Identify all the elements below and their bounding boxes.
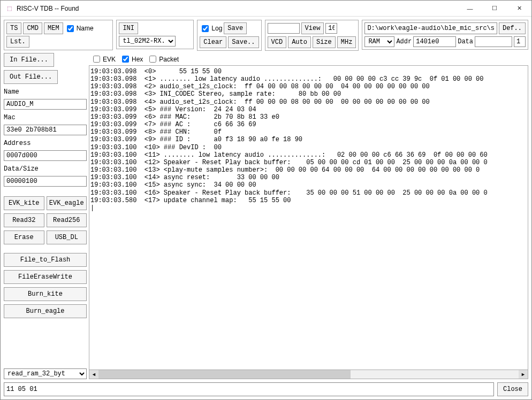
lst-button[interactable]: Lst. — [6, 36, 29, 48]
group-mode: TS CMD MEM Name Lst. — [4, 20, 113, 50]
close-window-button[interactable]: ✕ — [507, 1, 531, 17]
save-button[interactable]: Save — [224, 22, 247, 34]
erase-button[interactable]: Erase — [4, 230, 44, 244]
app-window: ⬚ RISC-V TDB -- Found — ☐ ✕ TS CMD MEM N… — [0, 0, 532, 400]
view-blank-input[interactable] — [268, 23, 300, 34]
maximize-button[interactable]: ☐ — [482, 1, 507, 17]
datasize-input[interactable] — [4, 176, 87, 187]
content-area: TS CMD MEM Name Lst. INI tl_02M2-RX.i Lo… — [1, 17, 531, 399]
data-label: Data — [458, 38, 473, 45]
mhz-button[interactable]: MHz — [337, 36, 356, 48]
burn-eagle-button[interactable]: Burn_eagle — [4, 304, 87, 318]
address-input[interactable] — [4, 150, 87, 161]
packet-checkbox[interactable]: Packet — [147, 54, 179, 64]
group-view: View VCD Auto Size MHz — [265, 20, 359, 51]
clear-button[interactable]: Clear — [200, 36, 226, 48]
out-file-button[interactable]: Out File... — [4, 70, 58, 84]
scroll-right-icon[interactable]: ► — [519, 370, 528, 379]
group-ini: INI tl_02M2-RX.i — [116, 20, 194, 49]
group-path: Def.. RAM Addr Data — [362, 20, 528, 50]
toolbar-row-1: TS CMD MEM Name Lst. INI tl_02M2-RX.i Lo… — [4, 20, 528, 51]
burn-kite-button[interactable]: Burn_kite — [4, 287, 87, 301]
hex-checkbox[interactable]: Hex — [120, 54, 143, 64]
evk-checkbox[interactable]: EVK — [91, 54, 116, 64]
evk-kite-button[interactable]: EVK_kite — [4, 196, 44, 210]
close-button[interactable]: Close — [497, 382, 528, 396]
window-title: RISC-V TDB -- Found — [17, 5, 458, 12]
scroll-thumb[interactable] — [98, 370, 351, 379]
name-label: Name — [4, 88, 87, 96]
read32-button[interactable]: Read32 — [4, 213, 44, 227]
main-row: In File... Out File... Name Mac Address … — [4, 53, 528, 379]
name-input[interactable] — [4, 99, 87, 110]
read256-button[interactable]: Read256 — [47, 213, 87, 227]
view-button[interactable]: View — [301, 22, 324, 34]
in-file-button[interactable]: In File... — [4, 53, 54, 67]
file-to-flash-button[interactable]: File_to_Flash — [4, 253, 87, 267]
app-icon: ⬚ — [5, 4, 13, 13]
addr-input[interactable] — [413, 36, 456, 47]
log-check-row: EVK Hex Packet — [89, 53, 528, 65]
bottom-row: Close — [4, 381, 528, 396]
evk-eagle-button[interactable]: EVK_eagle — [47, 196, 87, 210]
cmd-button[interactable]: CMD — [23, 22, 42, 34]
n-input[interactable] — [514, 36, 526, 47]
usb-dl-button[interactable]: USB_DL — [47, 230, 87, 244]
view-num-input[interactable] — [325, 23, 337, 34]
file-erase-write-button[interactable]: FileEraseWrite — [4, 270, 87, 284]
ini-button[interactable]: INI — [119, 22, 138, 34]
ini-combo[interactable]: tl_02M2-RX.i — [119, 36, 176, 47]
datasize-label: Data/Size — [4, 165, 87, 173]
titlebar: ⬚ RISC-V TDB -- Found — ☐ ✕ — [1, 1, 531, 17]
scroll-track[interactable] — [98, 370, 519, 379]
command-input[interactable] — [4, 382, 494, 396]
path-input[interactable] — [364, 22, 497, 34]
def-button[interactable]: Def.. — [499, 22, 526, 34]
log-checkbox[interactable]: Log — [200, 24, 222, 34]
data-input[interactable] — [475, 36, 512, 47]
address-label: Address — [4, 140, 87, 147]
group-log: Log Save Clear Save.. — [197, 20, 261, 51]
save2-button[interactable]: Save.. — [228, 36, 259, 48]
mem-button[interactable]: MEM — [44, 22, 63, 34]
read-ram-combo[interactable]: read_ram_32_byt — [4, 368, 87, 379]
log-area: EVK Hex Packet 19:03:03.098 <0> 55 15 55… — [89, 53, 528, 379]
ram-select[interactable]: RAM — [364, 36, 394, 47]
name-checkbox[interactable]: Name — [65, 24, 94, 34]
size-button[interactable]: Size — [313, 36, 336, 48]
sidebar: In File... Out File... Name Mac Address … — [4, 53, 87, 379]
addr-label: Addr — [396, 38, 412, 45]
log-text[interactable]: 19:03:03.098 <0> 55 15 55 00 19:03:03.09… — [89, 65, 528, 370]
log-hscrollbar[interactable]: ◄ ► — [89, 370, 528, 379]
mac-input[interactable] — [4, 125, 87, 135]
ts-button[interactable]: TS — [6, 22, 21, 34]
minimize-button[interactable]: — — [458, 1, 482, 17]
mac-label: Mac — [4, 114, 87, 121]
auto-button[interactable]: Auto — [288, 36, 311, 48]
vcd-button[interactable]: VCD — [268, 36, 287, 48]
scroll-left-icon[interactable]: ◄ — [89, 370, 98, 379]
